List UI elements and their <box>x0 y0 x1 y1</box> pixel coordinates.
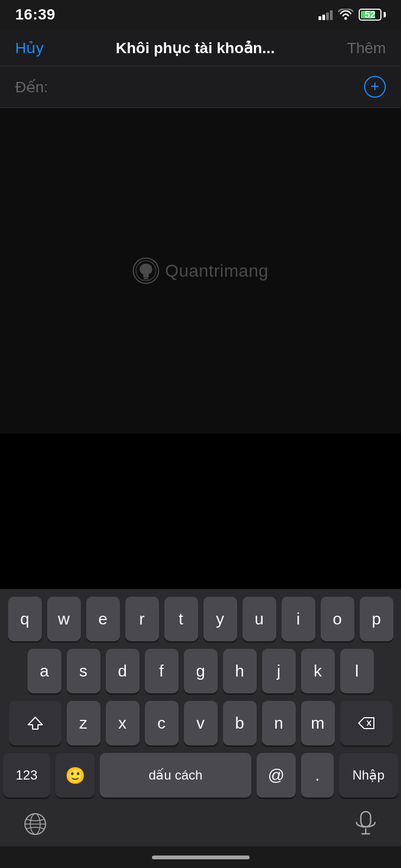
plus-icon: + <box>371 79 379 94</box>
keyboard-row-1: q w e r t y u i o p <box>3 597 398 641</box>
key-o[interactable]: o <box>321 597 354 641</box>
emoji-key[interactable]: 🙂 <box>55 753 94 797</box>
main-content: Quantrimang <box>0 108 401 433</box>
key-d[interactable]: d <box>106 649 139 693</box>
to-field: Đến: + <box>0 66 401 108</box>
cancel-button[interactable]: Hủy <box>15 39 43 57</box>
key-v[interactable]: v <box>184 701 218 745</box>
backspace-key[interactable] <box>340 701 392 745</box>
home-bar <box>152 856 250 859</box>
add-recipient-button[interactable]: + <box>364 76 386 98</box>
key-a[interactable]: a <box>28 649 61 693</box>
key-c[interactable]: c <box>145 701 179 745</box>
svg-rect-4 <box>144 278 148 279</box>
keyboard-row-3: z x c v b n m <box>3 701 398 745</box>
key-n[interactable]: n <box>262 701 296 745</box>
key-y[interactable]: y <box>203 597 237 641</box>
nav-bar: Hủy Khôi phục tài khoản... Thêm <box>0 29 401 66</box>
key-z[interactable]: z <box>67 701 100 745</box>
mic-icon[interactable] <box>352 810 379 838</box>
key-i[interactable]: i <box>282 597 315 641</box>
battery-percent: 52 <box>365 9 375 21</box>
key-u[interactable]: u <box>243 597 276 641</box>
shift-key[interactable] <box>9 701 61 745</box>
home-indicator <box>0 846 401 868</box>
status-time: 16:39 <box>15 6 55 23</box>
key-b[interactable]: b <box>223 701 257 745</box>
svg-rect-8 <box>361 812 371 827</box>
status-icons: 52 <box>319 9 386 21</box>
at-key[interactable]: @ <box>257 753 296 797</box>
key-j[interactable]: j <box>262 649 296 693</box>
key-f[interactable]: f <box>145 649 179 693</box>
key-l[interactable]: l <box>340 649 374 693</box>
return-key[interactable]: Nhập <box>339 753 398 797</box>
key-t[interactable]: t <box>164 597 198 641</box>
wifi-icon <box>338 9 353 21</box>
key-s[interactable]: s <box>67 649 100 693</box>
keyboard-bottom-row <box>0 801 401 846</box>
signal-icon <box>319 9 333 20</box>
battery-icon: 52 <box>359 9 386 21</box>
watermark-logo-icon <box>132 257 160 284</box>
key-p[interactable]: p <box>360 597 393 641</box>
key-k[interactable]: k <box>301 649 335 693</box>
watermark-text: Quantrimang <box>165 261 268 281</box>
keyboard-rows: q w e r t y u i o p a s d f g h j k l <box>0 589 401 801</box>
numeric-key[interactable]: 123 <box>3 753 50 797</box>
keyboard: q w e r t y u i o p a s d f g h j k l <box>0 589 401 868</box>
add-button[interactable]: Thêm <box>347 40 386 57</box>
watermark-name: uantrimang <box>179 261 269 280</box>
key-g[interactable]: g <box>184 649 218 693</box>
globe-icon[interactable] <box>22 810 49 838</box>
keyboard-row-2: a s d f g h j k l <box>3 649 398 693</box>
svg-rect-3 <box>143 276 149 278</box>
key-w[interactable]: w <box>47 597 81 641</box>
to-label: Đến: <box>15 78 48 96</box>
space-key[interactable]: dấu cách <box>100 753 251 797</box>
key-m[interactable]: m <box>301 701 335 745</box>
key-h[interactable]: h <box>223 649 257 693</box>
nav-title: Khôi phục tài khoản... <box>116 39 275 57</box>
period-key[interactable]: . <box>301 753 334 797</box>
key-e[interactable]: e <box>86 597 120 641</box>
watermark: Quantrimang <box>132 257 268 284</box>
keyboard-row-4: 123 🙂 dấu cách @ . Nhập <box>3 753 398 797</box>
key-r[interactable]: r <box>125 597 159 641</box>
status-bar: 16:39 52 <box>0 0 401 29</box>
key-q[interactable]: q <box>8 597 42 641</box>
key-x[interactable]: x <box>106 701 139 745</box>
svg-point-0 <box>345 17 347 20</box>
